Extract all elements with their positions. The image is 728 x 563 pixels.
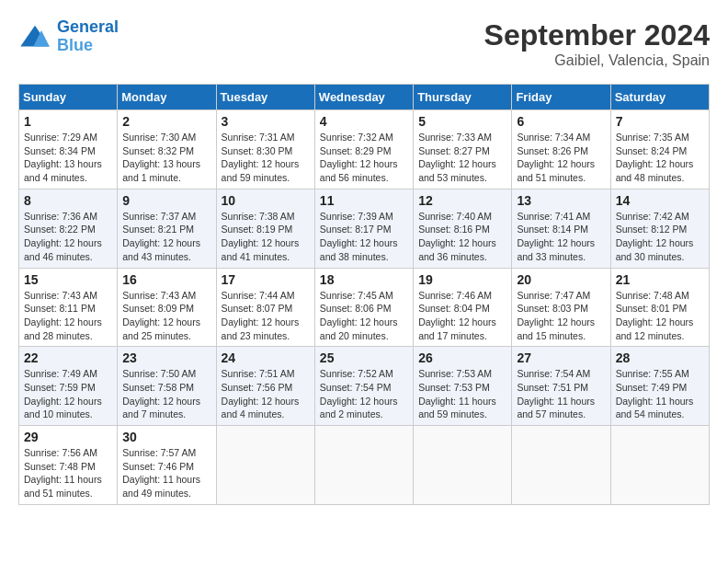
calendar-cell: 17 Sunrise: 7:44 AMSunset: 8:07 PMDaylig… <box>216 268 314 347</box>
calendar-cell: 5 Sunrise: 7:33 AMSunset: 8:27 PMDayligh… <box>414 110 512 190</box>
day-number: 19 <box>418 272 506 287</box>
day-number: 2 <box>122 114 210 129</box>
day-number: 6 <box>517 114 605 129</box>
calendar-cell <box>314 426 413 505</box>
calendar-cell: 29 Sunrise: 7:56 AMSunset: 7:48 PMDaylig… <box>19 426 118 505</box>
day-info: Sunrise: 7:32 AMSunset: 8:29 PMDaylight:… <box>320 131 408 185</box>
calendar-cell: 11 Sunrise: 7:39 AMSunset: 8:17 PMDaylig… <box>314 189 413 268</box>
col-thursday: Thursday <box>414 85 512 110</box>
day-info: Sunrise: 7:48 AMSunset: 8:01 PMDaylight:… <box>616 289 704 343</box>
calendar-header-row: Sunday Monday Tuesday Wednesday Thursday… <box>19 85 710 110</box>
day-info: Sunrise: 7:29 AMSunset: 8:34 PMDaylight:… <box>24 131 112 185</box>
day-number: 8 <box>24 193 112 208</box>
day-number: 16 <box>122 272 210 287</box>
calendar-week-row: 15 Sunrise: 7:43 AMSunset: 8:11 PMDaylig… <box>19 268 710 347</box>
day-info: Sunrise: 7:51 AMSunset: 7:56 PMDaylight:… <box>222 367 310 421</box>
day-number: 25 <box>320 350 408 365</box>
col-monday: Monday <box>118 85 216 110</box>
day-info: Sunrise: 7:38 AMSunset: 8:19 PMDaylight:… <box>222 210 310 264</box>
col-sunday: Sunday <box>19 85 118 110</box>
calendar-cell: 16 Sunrise: 7:43 AMSunset: 8:09 PMDaylig… <box>118 268 216 347</box>
day-number: 22 <box>24 350 112 365</box>
day-number: 23 <box>122 350 210 365</box>
calendar-cell: 1 Sunrise: 7:29 AMSunset: 8:34 PMDayligh… <box>19 110 118 190</box>
day-info: Sunrise: 7:50 AMSunset: 7:58 PMDaylight:… <box>122 367 210 421</box>
day-number: 21 <box>616 272 704 287</box>
day-number: 3 <box>222 114 310 129</box>
day-info: Sunrise: 7:31 AMSunset: 8:30 PMDaylight:… <box>222 131 310 185</box>
calendar-week-row: 8 Sunrise: 7:36 AMSunset: 8:22 PMDayligh… <box>19 189 710 268</box>
calendar-cell: 30 Sunrise: 7:57 AMSunset: 7:46 PMDaylig… <box>118 426 216 505</box>
day-number: 1 <box>24 114 112 129</box>
col-saturday: Saturday <box>610 85 709 110</box>
day-info: Sunrise: 7:43 AMSunset: 8:11 PMDaylight:… <box>24 289 112 343</box>
day-info: Sunrise: 7:45 AMSunset: 8:06 PMDaylight:… <box>320 289 408 343</box>
day-number: 13 <box>517 193 605 208</box>
month-title: September 2024 <box>484 18 710 52</box>
day-number: 12 <box>418 193 506 208</box>
day-number: 4 <box>320 114 408 129</box>
day-info: Sunrise: 7:57 AMSunset: 7:46 PMDaylight:… <box>122 446 210 500</box>
day-number: 20 <box>517 272 605 287</box>
logo: GeneralBlue <box>18 18 119 55</box>
day-info: Sunrise: 7:44 AMSunset: 8:07 PMDaylight:… <box>222 289 310 343</box>
day-number: 5 <box>418 114 506 129</box>
day-info: Sunrise: 7:40 AMSunset: 8:16 PMDaylight:… <box>418 210 506 264</box>
calendar-week-row: 22 Sunrise: 7:49 AMSunset: 7:59 PMDaylig… <box>19 347 710 426</box>
day-number: 11 <box>320 193 408 208</box>
day-number: 7 <box>616 114 704 129</box>
day-info: Sunrise: 7:36 AMSunset: 8:22 PMDaylight:… <box>24 210 112 264</box>
day-number: 30 <box>122 430 210 444</box>
calendar-cell: 12 Sunrise: 7:40 AMSunset: 8:16 PMDaylig… <box>414 189 512 268</box>
day-number: 10 <box>222 193 310 208</box>
calendar-week-row: 1 Sunrise: 7:29 AMSunset: 8:34 PMDayligh… <box>19 110 710 190</box>
day-info: Sunrise: 7:56 AMSunset: 7:48 PMDaylight:… <box>24 446 112 500</box>
calendar-cell: 25 Sunrise: 7:52 AMSunset: 7:54 PMDaylig… <box>314 347 413 426</box>
page-header: GeneralBlue September 2024 Gaibiel, Vale… <box>18 18 710 69</box>
day-info: Sunrise: 7:49 AMSunset: 7:59 PMDaylight:… <box>24 367 112 421</box>
day-info: Sunrise: 7:35 AMSunset: 8:24 PMDaylight:… <box>616 131 704 185</box>
calendar-cell <box>414 426 512 505</box>
calendar-cell: 8 Sunrise: 7:36 AMSunset: 8:22 PMDayligh… <box>19 189 118 268</box>
calendar-cell: 20 Sunrise: 7:47 AMSunset: 8:03 PMDaylig… <box>512 268 610 347</box>
calendar-cell: 9 Sunrise: 7:37 AMSunset: 8:21 PMDayligh… <box>118 189 216 268</box>
calendar-cell: 14 Sunrise: 7:42 AMSunset: 8:12 PMDaylig… <box>610 189 709 268</box>
calendar-cell <box>610 426 709 505</box>
calendar-cell <box>216 426 314 505</box>
logo-icon <box>18 24 51 50</box>
day-info: Sunrise: 7:55 AMSunset: 7:49 PMDaylight:… <box>616 367 704 421</box>
title-block: September 2024 Gaibiel, Valencia, Spain <box>484 18 710 69</box>
calendar-cell: 15 Sunrise: 7:43 AMSunset: 8:11 PMDaylig… <box>19 268 118 347</box>
calendar-cell: 3 Sunrise: 7:31 AMSunset: 8:30 PMDayligh… <box>216 110 314 190</box>
col-wednesday: Wednesday <box>314 85 413 110</box>
calendar-cell: 27 Sunrise: 7:54 AMSunset: 7:51 PMDaylig… <box>512 347 610 426</box>
col-tuesday: Tuesday <box>216 85 314 110</box>
day-number: 18 <box>320 272 408 287</box>
day-number: 9 <box>122 193 210 208</box>
day-number: 17 <box>222 272 310 287</box>
calendar-cell: 19 Sunrise: 7:46 AMSunset: 8:04 PMDaylig… <box>414 268 512 347</box>
day-number: 28 <box>616 350 704 365</box>
location-title: Gaibiel, Valencia, Spain <box>484 52 710 69</box>
day-info: Sunrise: 7:52 AMSunset: 7:54 PMDaylight:… <box>320 367 408 421</box>
day-info: Sunrise: 7:41 AMSunset: 8:14 PMDaylight:… <box>517 210 605 264</box>
day-number: 29 <box>24 430 112 444</box>
day-number: 15 <box>24 272 112 287</box>
calendar-cell: 2 Sunrise: 7:30 AMSunset: 8:32 PMDayligh… <box>118 110 216 190</box>
calendar-table: Sunday Monday Tuesday Wednesday Thursday… <box>18 84 710 505</box>
calendar-cell: 7 Sunrise: 7:35 AMSunset: 8:24 PMDayligh… <box>610 110 709 190</box>
day-info: Sunrise: 7:47 AMSunset: 8:03 PMDaylight:… <box>517 289 605 343</box>
day-info: Sunrise: 7:39 AMSunset: 8:17 PMDaylight:… <box>320 210 408 264</box>
day-number: 14 <box>616 193 704 208</box>
logo-text: GeneralBlue <box>57 18 119 55</box>
day-info: Sunrise: 7:30 AMSunset: 8:32 PMDaylight:… <box>122 131 210 185</box>
day-info: Sunrise: 7:46 AMSunset: 8:04 PMDaylight:… <box>418 289 506 343</box>
calendar-cell: 24 Sunrise: 7:51 AMSunset: 7:56 PMDaylig… <box>216 347 314 426</box>
day-info: Sunrise: 7:42 AMSunset: 8:12 PMDaylight:… <box>616 210 704 264</box>
day-number: 24 <box>222 350 310 365</box>
day-info: Sunrise: 7:33 AMSunset: 8:27 PMDaylight:… <box>418 131 506 185</box>
day-info: Sunrise: 7:34 AMSunset: 8:26 PMDaylight:… <box>517 131 605 185</box>
calendar-cell: 26 Sunrise: 7:53 AMSunset: 7:53 PMDaylig… <box>414 347 512 426</box>
calendar-cell: 4 Sunrise: 7:32 AMSunset: 8:29 PMDayligh… <box>314 110 413 190</box>
day-number: 26 <box>418 350 506 365</box>
